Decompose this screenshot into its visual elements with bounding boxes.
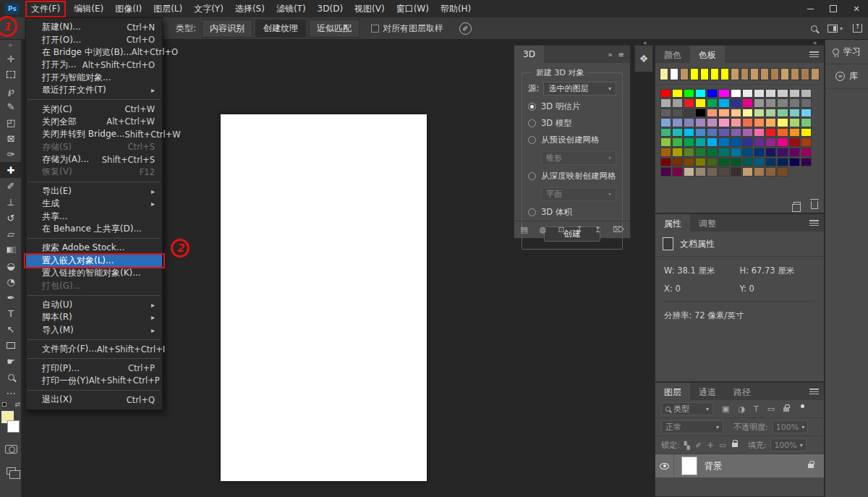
swatch[interactable] — [777, 148, 788, 157]
file-menu-item[interactable]: 最近打开文件(T)▸ — [26, 84, 162, 96]
swatch[interactable] — [660, 167, 671, 177]
menubar-item-layer[interactable]: 图层(L) — [148, 0, 188, 18]
filter-adjustment-layers-icon[interactable]: ◑ — [738, 404, 745, 414]
swatch[interactable] — [765, 89, 776, 98]
swatch[interactable] — [754, 128, 765, 137]
swatch[interactable] — [718, 148, 729, 157]
blend-mode-select[interactable]: 正常 ▾ — [661, 420, 723, 433]
swatch[interactable] — [765, 118, 776, 127]
filter-materials-icon[interactable]: ↥ — [595, 225, 601, 234]
marquee-tool[interactable] — [0, 67, 22, 82]
swatch[interactable] — [754, 118, 765, 127]
filter-lights-icon[interactable]: ◍ — [540, 225, 547, 234]
swatch[interactable] — [684, 98, 694, 108]
file-menu-item[interactable]: 在 Behance 上共享(D)... — [26, 223, 162, 235]
menubar-item-image[interactable]: 图像(I) — [109, 0, 148, 18]
file-menu-item[interactable]: 打开(O)...Ctrl+O — [26, 33, 162, 46]
workspace-icon[interactable] — [827, 25, 838, 33]
file-menu-item[interactable]: 打开为智能对象... — [26, 72, 162, 84]
swatch[interactable] — [718, 109, 729, 118]
tab-channels[interactable]: 通道 — [690, 383, 725, 400]
swatch[interactable] — [660, 118, 671, 127]
pen-tool[interactable]: ✒ — [0, 289, 22, 305]
swatch[interactable] — [680, 68, 689, 80]
swatch[interactable] — [660, 89, 671, 98]
filter-pixel-layers-icon[interactable]: ▣ — [722, 404, 729, 414]
swatch[interactable] — [720, 68, 729, 80]
swatch[interactable] — [684, 167, 694, 177]
lock-artboard-icon[interactable]: ▭ — [719, 441, 726, 449]
swatch[interactable] — [760, 68, 769, 80]
swatch[interactable] — [660, 137, 671, 147]
swatch[interactable] — [684, 137, 694, 147]
swatch[interactable] — [660, 109, 671, 118]
swatch[interactable] — [684, 89, 694, 98]
blur-tool[interactable]: ◒ — [0, 258, 22, 273]
swatch[interactable] — [754, 148, 765, 157]
screen-mode-icon[interactable] — [7, 467, 16, 475]
lock-all-icon[interactable] — [732, 443, 738, 447]
swatch[interactable] — [672, 98, 683, 108]
swatch[interactable] — [731, 68, 739, 80]
hand-tool[interactable]: ☛ — [0, 353, 22, 369]
swatch[interactable] — [718, 118, 729, 127]
learn-button[interactable]: 学习 — [825, 40, 868, 64]
swatch[interactable] — [731, 128, 741, 137]
swatch[interactable] — [750, 68, 759, 80]
swap-colors-icon[interactable]: ⇄ — [14, 401, 20, 408]
filter-meshes-icon[interactable]: ↧ — [576, 225, 583, 234]
lasso-tool[interactable]: ℘ — [0, 82, 22, 98]
swatch[interactable] — [777, 158, 788, 167]
file-menu-item[interactable]: 存储为(A)...Shift+Ctrl+S — [26, 153, 162, 166]
tab-color[interactable]: 颜色 — [655, 46, 690, 63]
menubar-item-filter[interactable]: 滤镜(T) — [271, 0, 312, 18]
sample-all-layers-checkbox[interactable] — [371, 25, 379, 33]
swatch[interactable] — [777, 118, 788, 127]
spot-healing-brush-tool[interactable]: ✚ — [0, 162, 22, 178]
swatch[interactable] — [695, 128, 706, 137]
menubar-item-type[interactable]: 文字(Y) — [188, 0, 229, 18]
delete-icon[interactable]: ⌦ — [613, 225, 624, 234]
3d-dock-button[interactable]: ❖ — [634, 45, 653, 72]
swatch[interactable] — [765, 167, 776, 177]
swatch[interactable] — [801, 158, 812, 167]
type-tool[interactable]: T — [0, 305, 22, 321]
swatch[interactable] — [718, 128, 729, 137]
file-menu-item[interactable]: 置入嵌入对象(L)... — [26, 255, 162, 267]
swatch[interactable] — [789, 98, 800, 108]
swatch[interactable] — [684, 118, 694, 127]
swatch[interactable] — [660, 98, 671, 108]
layer-thumbnail[interactable] — [681, 456, 697, 475]
swatch[interactable] — [731, 98, 741, 108]
file-menu-item[interactable]: 打印(P)...Ctrl+P — [26, 362, 162, 374]
swatch[interactable] — [742, 118, 753, 127]
swatch[interactable] — [777, 137, 788, 147]
swatch[interactable] — [742, 109, 753, 118]
swatch[interactable] — [765, 109, 776, 118]
path-selection-tool[interactable]: ↖ — [0, 321, 22, 337]
move-tool[interactable]: ✛ — [0, 51, 22, 67]
swatch[interactable] — [801, 118, 812, 127]
menubar-item-threed[interactable]: 3D(D) — [312, 1, 349, 17]
edit-toolbar-button[interactable]: ⋯ — [0, 385, 22, 401]
swatch[interactable] — [742, 89, 753, 98]
minimize-icon[interactable] — [799, 0, 822, 17]
eyedropper-tool[interactable]: ✑ — [0, 146, 22, 162]
filter-toggle-icon[interactable] — [801, 404, 804, 408]
swatch[interactable] — [742, 158, 753, 167]
type-option-create-texture[interactable]: 创建纹理 — [255, 20, 306, 38]
menubar-item-view[interactable]: 视图(V) — [349, 0, 391, 18]
swatch[interactable] — [718, 158, 729, 167]
swatch[interactable] — [742, 98, 753, 108]
menubar-item-help[interactable]: 帮助(H) — [435, 0, 477, 18]
lock-transparency-icon[interactable]: ▚ — [684, 441, 690, 449]
crop-tool[interactable]: ◰ — [0, 114, 22, 130]
swatch[interactable] — [801, 89, 812, 98]
canvas-document[interactable] — [221, 114, 427, 481]
zoom-tool[interactable] — [0, 369, 22, 385]
swatch[interactable] — [660, 68, 668, 80]
swatch[interactable] — [791, 68, 799, 80]
swatch[interactable] — [811, 68, 820, 80]
swatch[interactable] — [707, 98, 718, 108]
menubar-item-window[interactable]: 窗口(W) — [391, 0, 435, 18]
